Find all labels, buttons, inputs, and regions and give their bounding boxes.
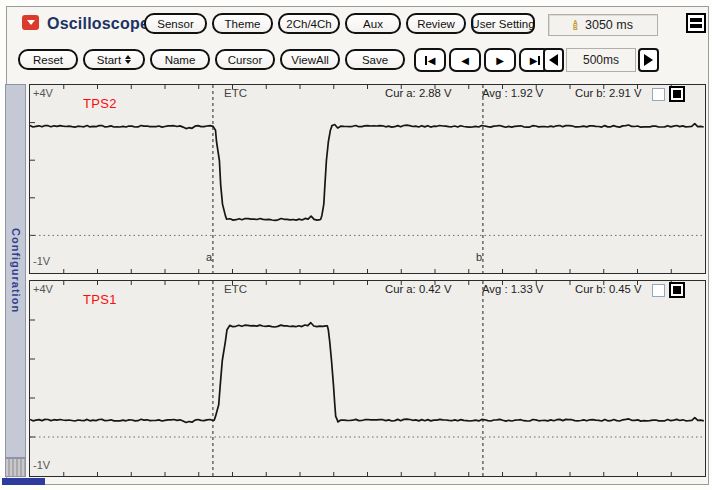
waveform-plot-tps1[interactable] (30, 281, 705, 476)
start-button[interactable]: Start (83, 49, 145, 70)
ab-time-value: 3050 ms (585, 18, 633, 32)
sidebar-tab-label: Configuration (10, 228, 22, 313)
channel-mode-button[interactable]: 2Ch/4Ch (278, 13, 340, 34)
cursor-b-measurement: Cur b: 2.91 V (575, 87, 642, 99)
channel-checkbox[interactable] (652, 284, 665, 297)
y-min-label: -1V (33, 255, 50, 267)
y-max-label: +4V (33, 87, 53, 99)
step-back-icon: ◀ (461, 55, 469, 66)
sensor-button[interactable]: Sensor (144, 13, 207, 34)
list-menu-icon[interactable] (686, 13, 706, 33)
down-triangle-icon (27, 20, 35, 25)
oscilloscope-window: Oscilloscope Sensor Theme 2Ch/4Ch Aux Re… (0, 0, 712, 490)
cursor-a-measurement: Cur a: 2.88 V (385, 87, 452, 99)
step-forward-icon: ▶ (496, 55, 504, 66)
cursor-b-measurement: Cur b: 0.45 V (575, 283, 642, 295)
scope-panel-tps1: +4V TPS1 ETC Cur a: 0.42 V Avg : 1.33 V … (29, 280, 706, 477)
save-button[interactable]: Save (345, 49, 405, 70)
review-button[interactable]: Review (406, 13, 466, 34)
skip-to-start-button[interactable]: ◀ (414, 48, 446, 72)
step-back-button[interactable]: ◀ (449, 48, 481, 72)
channel-checkbox[interactable] (652, 88, 665, 101)
trigger-mode-label: ETC (224, 283, 247, 295)
start-button-label: Start (97, 54, 121, 66)
app-menu-icon[interactable] (22, 15, 39, 30)
skip-forward-icon: ▶ (530, 55, 538, 66)
ab-cursor-icon: AB (573, 20, 580, 30)
viewall-button[interactable]: ViewAll (280, 49, 340, 70)
trigger-mode-label: ETC (224, 87, 247, 99)
aux-button[interactable]: Aux (345, 13, 401, 34)
channel-label-tps2: TPS2 (83, 96, 117, 111)
spinner-icon (125, 55, 131, 64)
app-title: Oscilloscope (47, 15, 149, 33)
trace-color-button[interactable] (669, 282, 685, 298)
timebase-value: 500ms (566, 48, 636, 72)
primary-toolbar: Sensor Theme 2Ch/4Ch Aux Review User Set… (144, 13, 535, 34)
cursor-b-marker[interactable]: b (476, 251, 482, 263)
timebase-increase-button[interactable] (638, 48, 659, 72)
user-setting-button[interactable]: User Setting (471, 13, 535, 34)
y-max-label: +4V (33, 283, 53, 295)
timebase-stepper: 500ms (543, 48, 659, 72)
cursor-a-measurement: Cur a: 0.42 V (385, 283, 452, 295)
y-min-label: -1V (33, 459, 50, 471)
left-triangle-icon (549, 54, 558, 66)
average-measurement: Avg : 1.92 V (482, 87, 543, 99)
average-measurement: Avg : 1.33 V (482, 283, 543, 295)
ab-time-display: AB 3050 ms (548, 14, 658, 36)
step-forward-button[interactable]: ▶ (484, 48, 516, 72)
name-button[interactable]: Name (150, 49, 210, 70)
waveform-plot-tps2[interactable] (30, 85, 705, 273)
trace-color-button[interactable] (669, 86, 685, 102)
cursor-a-marker[interactable]: a (206, 251, 212, 263)
transport-controls: ◀ ◀ ▶ ▶ (414, 48, 551, 72)
reset-button[interactable]: Reset (18, 49, 78, 70)
timebase-decrease-button[interactable] (543, 48, 564, 72)
scope-panel-tps2: +4V TPS2 ETC Cur a: 2.88 V Avg : 1.92 V … (29, 84, 706, 274)
sidebar-indicator-bar (2, 478, 45, 485)
secondary-toolbar: Reset Start Name Cursor ViewAll Save (18, 49, 405, 70)
sidebar-tab-configuration[interactable]: Configuration (5, 84, 26, 458)
cursor-button[interactable]: Cursor (215, 49, 275, 70)
sidebar-grip[interactable] (5, 458, 26, 477)
skip-back-icon: ◀ (428, 55, 436, 66)
theme-button[interactable]: Theme (212, 13, 273, 34)
right-triangle-icon (644, 54, 653, 66)
channel-label-tps1: TPS1 (83, 292, 117, 307)
